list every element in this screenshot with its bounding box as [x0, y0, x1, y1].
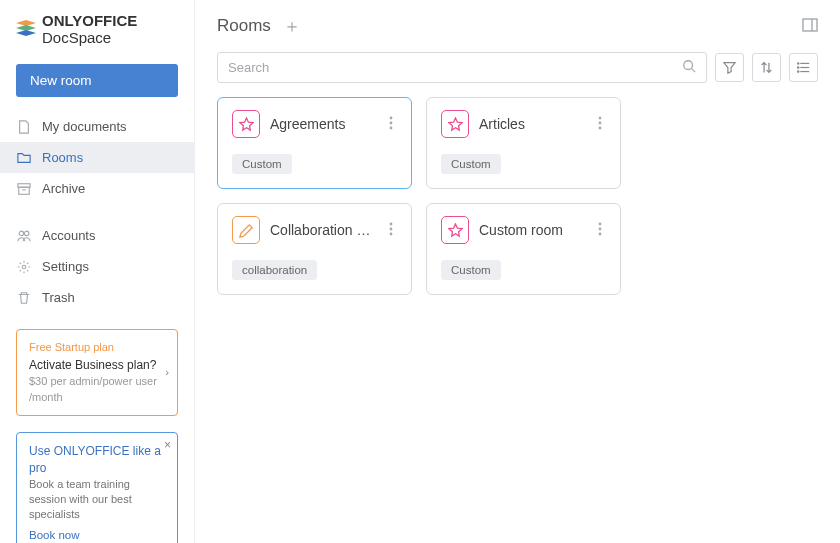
- star-icon: [441, 110, 469, 138]
- room-card[interactable]: Custom roomCustom: [426, 203, 621, 295]
- svg-point-24: [390, 121, 393, 124]
- nav-label: My documents: [42, 119, 127, 134]
- page-title: Rooms: [217, 16, 271, 36]
- close-icon[interactable]: ×: [164, 437, 171, 454]
- svg-point-23: [390, 116, 393, 119]
- star-icon: [232, 110, 260, 138]
- app-name: ONLYOFFICE DocSpace: [42, 12, 178, 46]
- pencil-icon: [232, 216, 260, 244]
- search-icon: [682, 59, 696, 76]
- accounts-icon: [16, 229, 32, 243]
- room-name: Articles: [479, 116, 584, 132]
- svg-point-22: [798, 71, 799, 72]
- toolbar: [195, 44, 840, 97]
- svg-rect-13: [803, 19, 817, 31]
- room-menu-button[interactable]: [594, 112, 606, 137]
- room-menu-button[interactable]: [385, 112, 397, 137]
- room-tag[interactable]: Custom: [441, 154, 501, 174]
- svg-point-21: [798, 67, 799, 68]
- sidebar: ONLYOFFICE DocSpace New room My document…: [0, 0, 195, 543]
- promo-training: × Use ONLYOFFICE like a pro Book a team …: [16, 432, 178, 543]
- svg-point-8: [22, 265, 26, 269]
- nav-label: Rooms: [42, 150, 83, 165]
- svg-point-29: [390, 222, 393, 225]
- svg-line-16: [692, 69, 696, 73]
- folder-icon: [16, 151, 32, 165]
- nav-settings[interactable]: Settings: [0, 251, 194, 282]
- promo-business-plan[interactable]: Free Startup plan Activate Business plan…: [16, 329, 178, 416]
- trash-icon: [16, 291, 32, 305]
- promo-sub: Book a team training session with our be…: [29, 477, 165, 523]
- svg-marker-2: [16, 30, 36, 36]
- sort-button[interactable]: [752, 53, 781, 82]
- svg-point-28: [599, 126, 602, 129]
- svg-point-31: [390, 232, 393, 235]
- room-card[interactable]: ArticlesCustom: [426, 97, 621, 189]
- room-menu-button[interactable]: [385, 218, 397, 243]
- room-tag[interactable]: Custom: [441, 260, 501, 280]
- svg-rect-4: [19, 187, 30, 194]
- view-list-button[interactable]: [789, 53, 818, 82]
- promo-tag: Free Startup plan: [29, 340, 165, 355]
- search-input[interactable]: [228, 60, 682, 75]
- app-logo: ONLYOFFICE DocSpace: [0, 0, 194, 58]
- main: Rooms ＋ AgreementsCustomArticlesCustomCo…: [195, 0, 840, 543]
- nav-label: Archive: [42, 181, 85, 196]
- nav-archive[interactable]: Archive: [0, 173, 194, 204]
- nav-accounts[interactable]: Accounts: [0, 220, 194, 251]
- plus-icon[interactable]: ＋: [283, 14, 301, 38]
- svg-point-33: [599, 227, 602, 230]
- svg-point-6: [19, 231, 23, 235]
- svg-point-20: [798, 63, 799, 64]
- nav-label: Settings: [42, 259, 89, 274]
- svg-point-7: [24, 231, 28, 235]
- room-card[interactable]: Collaboration roomcollaboration: [217, 203, 412, 295]
- archive-icon: [16, 182, 32, 196]
- promo-title: Use ONLYOFFICE like a pro: [29, 443, 165, 477]
- search-box[interactable]: [217, 52, 707, 83]
- main-header: Rooms ＋: [195, 0, 840, 44]
- room-name: Agreements: [270, 116, 375, 132]
- promo-sub: $30 per admin/power user: [29, 374, 165, 389]
- sidebar-nav: My documents Rooms Archive Accounts Sett…: [0, 111, 194, 321]
- nav-label: Accounts: [42, 228, 95, 243]
- room-tag[interactable]: collaboration: [232, 260, 317, 280]
- nav-my-documents[interactable]: My documents: [0, 111, 194, 142]
- svg-point-15: [684, 61, 693, 70]
- svg-point-26: [599, 116, 602, 119]
- room-card[interactable]: AgreementsCustom: [217, 97, 412, 189]
- room-menu-button[interactable]: [594, 218, 606, 243]
- room-tag[interactable]: Custom: [232, 154, 292, 174]
- document-icon: [16, 120, 32, 134]
- room-name: Custom room: [479, 222, 584, 238]
- promo-sub: /month: [29, 390, 165, 405]
- svg-point-34: [599, 232, 602, 235]
- svg-point-27: [599, 121, 602, 124]
- rooms-grid: AgreementsCustomArticlesCustomCollaborat…: [195, 97, 840, 295]
- promo-title: Activate Business plan?: [29, 357, 165, 374]
- chevron-right-icon: ›: [165, 364, 169, 380]
- promo-link[interactable]: Book now: [29, 527, 80, 543]
- panel-toggle-icon[interactable]: [802, 18, 818, 35]
- gear-icon: [16, 260, 32, 274]
- new-room-button[interactable]: New room: [16, 64, 178, 97]
- nav-trash[interactable]: Trash: [0, 282, 194, 313]
- star-icon: [441, 216, 469, 244]
- filter-button[interactable]: [715, 53, 744, 82]
- room-name: Collaboration room: [270, 222, 375, 238]
- svg-point-32: [599, 222, 602, 225]
- logo-icon: [16, 20, 36, 38]
- nav-label: Trash: [42, 290, 75, 305]
- nav-rooms[interactable]: Rooms: [0, 142, 194, 173]
- svg-point-30: [390, 227, 393, 230]
- svg-point-25: [390, 126, 393, 129]
